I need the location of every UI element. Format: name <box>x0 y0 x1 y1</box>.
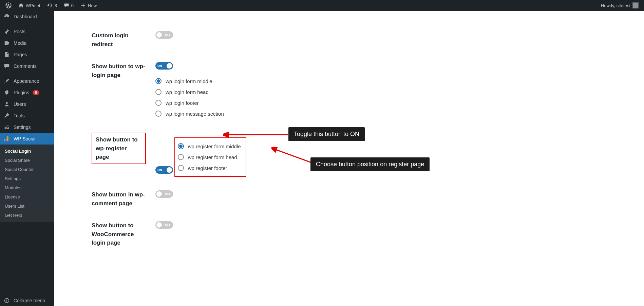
menu-tools[interactable]: Tools <box>0 110 54 121</box>
setting-comment-page: Show button in wp-comment page OFF <box>54 184 644 214</box>
wrench-icon <box>3 113 10 119</box>
submenu-modules[interactable]: Modules <box>0 183 54 192</box>
submenu-license[interactable]: License <box>0 192 54 202</box>
wpsocial-icon <box>3 136 10 142</box>
radio-icon <box>155 89 162 95</box>
toggle-comment-page[interactable]: OFF <box>155 190 173 198</box>
setting-label: Custom login redirect <box>54 31 153 49</box>
annotation-toggle: Toggle this button to ON <box>288 127 365 141</box>
svg-point-4 <box>5 299 9 303</box>
radio-label: wp register form middle <box>188 144 241 149</box>
brush-icon <box>3 78 10 84</box>
toggle-register-page[interactable]: ON <box>155 166 173 174</box>
radio-login-footer[interactable]: wp login footer <box>155 97 644 108</box>
toggle-custom-redirect[interactable]: OFF <box>155 31 173 39</box>
radio-icon <box>155 111 162 117</box>
menu-label: Settings <box>14 125 31 130</box>
menu-label: Media <box>14 40 26 46</box>
howdy-label: Howdy, sitetest <box>601 3 630 8</box>
radio-login-message[interactable]: wp login message section <box>155 108 644 119</box>
svg-line-6 <box>275 149 312 163</box>
menu-dashboard[interactable]: Dashboard <box>0 11 54 22</box>
menu-settings[interactable]: Settings <box>0 121 54 133</box>
menu-label: Plugins <box>14 90 29 95</box>
menu-users[interactable]: Users <box>0 98 54 110</box>
plus-icon <box>80 3 86 8</box>
sliders-icon <box>3 124 10 130</box>
radio-label: wp register form head <box>188 154 237 160</box>
collapse-label: Collapse menu <box>14 298 45 303</box>
menu-wpsocial[interactable]: WP Social <box>0 133 54 145</box>
media-icon <box>3 40 10 46</box>
new-label: New <box>88 3 97 8</box>
wp-logo[interactable] <box>3 0 14 11</box>
menu-comments[interactable]: Comments <box>0 60 54 72</box>
toggle-text: OFF <box>165 223 171 227</box>
submenu-social-login[interactable]: Social Login <box>0 147 54 156</box>
menu-appearance[interactable]: Appearance <box>0 75 54 87</box>
menu-label: Appearance <box>14 78 39 84</box>
submenu-social-counter[interactable]: Social Counter <box>0 165 54 174</box>
menu-posts[interactable]: Posts <box>0 26 54 37</box>
comments-bubble[interactable]: 0 <box>61 0 76 11</box>
radio-login-middle[interactable]: wp login form middle <box>155 76 644 87</box>
collapse-menu[interactable]: Collapse menu <box>0 295 54 306</box>
toggle-login-page[interactable]: ON <box>155 62 173 70</box>
highlight-box-label: Show button to wp-register page <box>92 133 146 164</box>
plugins-badge: 8 <box>33 90 39 95</box>
comment-icon <box>64 3 69 8</box>
admin-bar: WPmet 8 0 New Howdy, sitetest <box>0 0 644 11</box>
radio-register-head[interactable]: wp register form head <box>178 152 241 162</box>
submenu-users-list[interactable]: Users List <box>0 202 54 211</box>
updates[interactable]: 8 <box>44 0 60 11</box>
toggle-woo-page[interactable]: OFF <box>155 221 173 229</box>
menu-label: WP Social <box>14 136 35 141</box>
highlight-box-options: wp register form middle wp register form… <box>174 137 246 177</box>
comment-icon <box>3 63 10 69</box>
radio-label: wp login message section <box>166 111 224 117</box>
radio-register-footer[interactable]: wp register footer <box>178 162 241 173</box>
menu-media[interactable]: Media <box>0 37 54 49</box>
avatar <box>632 2 639 8</box>
radio-register-middle[interactable]: wp register form middle <box>178 141 241 152</box>
comments-count: 0 <box>71 3 74 8</box>
menu-label: Comments <box>14 63 37 69</box>
radio-login-head[interactable]: wp login form head <box>155 87 644 97</box>
page-icon <box>3 52 10 58</box>
plug-icon <box>3 90 10 96</box>
setting-label: Show button to WooCommerce login page <box>54 221 153 247</box>
my-account[interactable]: Howdy, sitetest <box>598 0 641 11</box>
submenu-social-share[interactable]: Social Share <box>0 156 54 165</box>
pin-icon <box>3 28 10 35</box>
annotation-arrow-position <box>271 146 316 166</box>
menu-label: Posts <box>14 29 25 34</box>
new-content[interactable]: New <box>78 0 99 11</box>
setting-login-page: Show button to wp-login page ON wp login… <box>54 55 644 126</box>
radio-icon <box>155 100 162 106</box>
submenu-settings[interactable]: Settings <box>0 174 54 183</box>
settings-panel: Custom login redirect OFF Show button to… <box>54 11 644 306</box>
radio-icon <box>155 78 162 84</box>
updates-count: 8 <box>55 3 57 8</box>
menu-pages[interactable]: Pages <box>0 49 54 60</box>
toggle-text: ON <box>157 168 162 172</box>
radio-icon <box>178 143 184 149</box>
setting-label-text: Show button to wp-register page <box>96 136 138 160</box>
menu-plugins[interactable]: Plugins 8 <box>0 87 54 98</box>
setting-woo-page: Show button to WooCommerce login page OF… <box>54 214 644 247</box>
site-name[interactable]: WPmet <box>16 0 43 11</box>
toggle-text: OFF <box>165 192 171 196</box>
submenu-wpsocial: Social Login Social Share Social Counter… <box>0 145 54 222</box>
menu-label: Dashboard <box>14 14 37 19</box>
menu-label: Users <box>14 101 26 107</box>
user-icon <box>3 101 10 107</box>
radio-icon <box>178 154 184 160</box>
svg-rect-3 <box>7 136 8 141</box>
setting-label: Show button to wp-login page <box>54 62 153 119</box>
svg-rect-2 <box>6 137 7 141</box>
wordpress-icon <box>5 2 12 8</box>
submenu-get-help[interactable]: Get Help <box>0 211 54 220</box>
admin-menu: Dashboard Posts Media Pages Comments App… <box>0 11 54 306</box>
annotation-arrow-toggle <box>223 131 291 138</box>
radio-label: wp login footer <box>166 100 199 106</box>
